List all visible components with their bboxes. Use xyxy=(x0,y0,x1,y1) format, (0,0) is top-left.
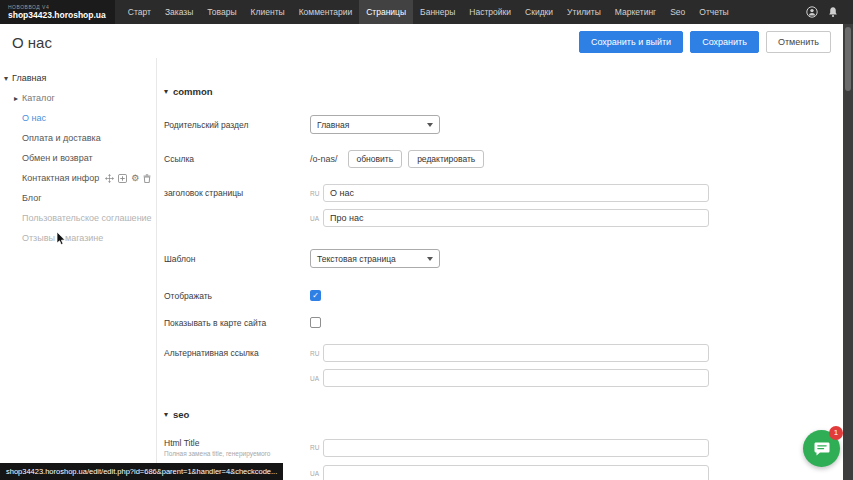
sidebar-item-obmen-i-vozvrat[interactable]: Обмен и возврат xyxy=(0,148,156,168)
alt-link-label: Альтернативная ссылка xyxy=(164,348,310,358)
sidebar-item-otzyvy-o-magazine[interactable]: Отзывы о магазине xyxy=(0,228,156,248)
page-title: О нас xyxy=(12,34,52,51)
sidebar-item-glavnaya[interactable]: ▾ Главная xyxy=(0,68,156,88)
menu-item-utilities[interactable]: Утилиты xyxy=(560,0,608,24)
sidebar-item-label: Обмен и возврат xyxy=(22,153,93,163)
html-title-ua-input[interactable] xyxy=(323,465,709,480)
sidebar-item-oplata-i-dostavka[interactable]: Оплата и доставка xyxy=(0,128,156,148)
alt-link-ru-row: Альтернативная ссылка RU xyxy=(164,344,843,362)
parent-section-row: Родительский раздел Главная xyxy=(164,115,843,134)
main-menu: Старт Заказы Товары Клиенты Комментарии … xyxy=(121,0,806,24)
page-title-label: заголовок страницы xyxy=(164,188,310,198)
move-icon[interactable] xyxy=(105,174,114,183)
account-icon[interactable] xyxy=(806,6,818,18)
sidebar-item-label: Каталог xyxy=(22,93,55,103)
display-row: Отображать ✓ xyxy=(164,290,843,301)
parent-section-label: Родительский раздел xyxy=(164,120,310,130)
add-page-icon[interactable] xyxy=(118,174,127,183)
menu-item-start[interactable]: Старт xyxy=(121,0,158,24)
chevron-down-icon[interactable]: ▾ xyxy=(4,74,8,83)
sidebar-item-label: Пользовательское соглашение xyxy=(22,213,152,223)
sidebar-item-label: Оплата и доставка xyxy=(22,133,101,143)
lang-ru-tag: RU xyxy=(310,190,323,197)
menu-item-seo[interactable]: Seo xyxy=(663,0,692,24)
alt-link-ua-row: UA xyxy=(164,369,843,387)
link-refresh-button[interactable]: обновить xyxy=(348,150,403,168)
sidebar-item-label: Блог xyxy=(22,193,41,203)
cancel-button[interactable]: Отменить xyxy=(766,31,831,53)
template-label: Шаблон xyxy=(164,254,310,264)
sidebar-item-blog[interactable]: Блог xyxy=(0,188,156,208)
lang-ru-tag: RU xyxy=(310,350,323,357)
link-label: Ссылка xyxy=(164,154,310,164)
html-title-label-text: Html Title xyxy=(164,438,199,448)
page-title-ua-row: UA xyxy=(164,209,843,227)
menu-item-clients[interactable]: Клиенты xyxy=(244,0,292,24)
section-seo-title: seo xyxy=(173,409,189,420)
menu-item-marketing[interactable]: Маркетинг xyxy=(608,0,663,24)
section-seo-header[interactable]: ▾ seo xyxy=(164,409,843,420)
sitemap-checkbox[interactable] xyxy=(310,317,321,328)
vertical-scrollbar[interactable] xyxy=(843,24,853,480)
section-common-title: common xyxy=(173,86,213,97)
parent-section-value: Главная xyxy=(317,120,349,130)
notifications-bell-icon[interactable] xyxy=(827,6,839,18)
parent-section-select[interactable]: Главная xyxy=(310,115,440,134)
html-title-hint: Полная замена title, генерируемого xyxy=(164,450,302,458)
link-row: Ссылка /o-nas/ обновить редактировать xyxy=(164,150,843,168)
alt-link-ua-input[interactable] xyxy=(323,369,709,387)
scrollbar-thumb[interactable] xyxy=(845,27,851,91)
menu-item-products[interactable]: Товары xyxy=(200,0,243,24)
sidebar-item-katalog[interactable]: ▸ Каталог xyxy=(0,88,156,108)
chevron-right-icon[interactable]: ▸ xyxy=(14,94,18,103)
menu-item-pages[interactable]: Страницы xyxy=(359,0,413,24)
mouse-cursor-icon xyxy=(56,232,66,246)
template-select[interactable]: Текстовая страница xyxy=(310,249,440,268)
save-and-exit-button[interactable]: Сохранить и выйти xyxy=(579,31,683,53)
lang-ua-tag: UA xyxy=(310,375,323,382)
status-url-tooltip: shop34423.horoshop.ua/edit/edit.php?id=6… xyxy=(0,463,283,480)
topbar-icons xyxy=(806,0,853,24)
sidebar-item-polzovatelskoe-soglashenie[interactable]: Пользовательское соглашение xyxy=(0,208,156,228)
lang-ru-tag: RU xyxy=(310,444,323,451)
menu-item-orders[interactable]: Заказы xyxy=(158,0,200,24)
alt-link-ru-input[interactable] xyxy=(323,344,709,362)
chevron-down-icon: ▾ xyxy=(164,410,168,419)
page-edit-form: ▾ common Родительский раздел Главная Ссы… xyxy=(158,58,843,480)
html-title-label: Html Title Полная замена title, генериру… xyxy=(164,438,310,458)
sitemap-label: Показывать в карте сайта xyxy=(164,318,310,328)
page-title-ua-input[interactable] xyxy=(323,209,709,227)
html-title-ru-row: Html Title Полная замена title, генериру… xyxy=(164,438,843,458)
gear-icon[interactable]: ⚙ xyxy=(131,174,139,183)
sidebar-item-label: Главная xyxy=(12,73,46,83)
menu-item-discounts[interactable]: Скидки xyxy=(518,0,560,24)
display-checkbox[interactable]: ✓ xyxy=(310,290,321,301)
html-title-ru-input[interactable] xyxy=(323,439,709,457)
sidebar-item-label: Контактная инфор xyxy=(22,173,99,183)
menu-item-reports[interactable]: Отчеты xyxy=(692,0,735,24)
sidebar-item-kontaktnaya-informatsiya[interactable]: Контактная инфор ⚙ xyxy=(0,168,156,188)
chat-icon xyxy=(813,440,831,458)
chat-unread-badge: 1 xyxy=(829,426,843,440)
sidebar-item-label: О нас xyxy=(22,113,46,123)
logo[interactable]: НОВОВВОД V4 shop34423.horoshop.ua xyxy=(0,0,115,24)
menu-item-settings[interactable]: Настройки xyxy=(462,0,518,24)
chat-widget-button[interactable]: 1 xyxy=(803,430,840,467)
header-actions: Сохранить и выйти Сохранить Отменить xyxy=(579,31,831,53)
section-common-header[interactable]: ▾ common xyxy=(164,86,843,97)
chevron-down-icon: ▾ xyxy=(164,87,168,96)
logo-domain: shop34423.horoshop.ua xyxy=(8,10,106,20)
trash-icon[interactable] xyxy=(143,174,151,183)
menu-item-comments[interactable]: Комментарии xyxy=(292,0,360,24)
link-edit-button[interactable]: редактировать xyxy=(408,150,484,168)
top-bar: НОВОВВОД V4 shop34423.horoshop.ua Старт … xyxy=(0,0,853,24)
lang-ua-tag: UA xyxy=(310,215,323,222)
page-title-ru-input[interactable] xyxy=(323,184,709,202)
menu-item-banners[interactable]: Баннеры xyxy=(413,0,462,24)
sidebar-item-o-nas[interactable]: О нас xyxy=(0,108,156,128)
sitemap-row: Показывать в карте сайта xyxy=(164,317,843,328)
save-button[interactable]: Сохранить xyxy=(690,31,759,53)
pages-tree-sidebar: ▾ Главная ▸ Каталог О нас Оплата и доста… xyxy=(0,58,157,480)
page-header: О нас Сохранить и выйти Сохранить Отмени… xyxy=(0,24,843,60)
link-value: /o-nas/ xyxy=(310,154,338,164)
